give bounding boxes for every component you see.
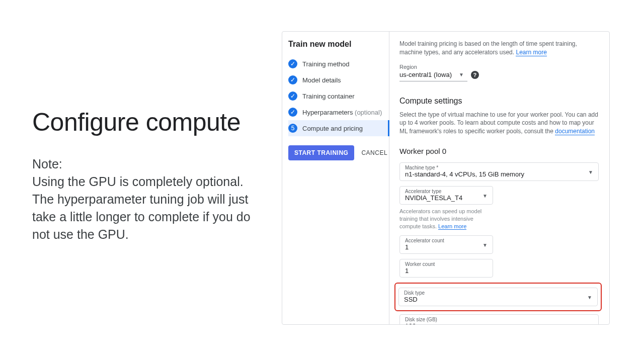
chevron-down-icon: ▼	[459, 72, 464, 77]
chevron-down-icon: ▼	[587, 295, 592, 300]
disk-type-highlight: Disk type SSD ▼	[394, 283, 602, 311]
documentation-link[interactable]: documentation	[555, 128, 595, 135]
accelerator-count-select[interactable]: Accelerator count 1 ▼	[399, 235, 493, 254]
accelerator-helper-text: Accelerators can speed up model training…	[399, 208, 493, 230]
accelerator-type-label: Accelerator type	[405, 189, 488, 194]
region-underline	[399, 81, 467, 81]
disk-size-label: Disk size (GB)	[405, 317, 593, 322]
accelerator-type-value: NVIDIA_TESLA_T4	[405, 194, 462, 202]
step-number-icon: 5	[288, 124, 297, 133]
slide-note-label: Note:	[32, 155, 254, 173]
learn-more-link[interactable]: Learn more	[438, 223, 466, 230]
start-training-button[interactable]: START TRAINING	[288, 145, 354, 160]
step-model-details[interactable]: ✓ Model details	[288, 72, 389, 88]
compute-form: Model training pricing is based on the l…	[389, 32, 609, 324]
worker-count-input[interactable]: Worker count 1	[399, 259, 493, 278]
step-label: Hyperparameters (optional)	[302, 109, 382, 116]
region-field: Region us-central1 (Iowa) ▼ ?	[399, 64, 599, 81]
check-icon: ✓	[288, 108, 297, 117]
step-hyperparameters[interactable]: ✓ Hyperparameters (optional)	[288, 104, 389, 120]
step-label: Compute and pricing	[302, 125, 363, 132]
chevron-down-icon: ▼	[588, 169, 593, 175]
check-icon: ✓	[288, 59, 297, 68]
step-label: Training method	[302, 60, 349, 68]
learn-more-link[interactable]: Learn more	[516, 49, 546, 56]
step-training-container[interactable]: ✓ Training container	[288, 88, 389, 104]
region-label: Region	[399, 64, 599, 70]
machine-type-value: n1-standard-4, 4 vCPUs, 15 GiB memory	[405, 170, 524, 178]
disk-type-value: SSD	[404, 296, 418, 303]
worker-pool-0-heading: Worker pool 0	[399, 147, 599, 155]
check-icon: ✓	[288, 75, 297, 84]
worker-count-value: 1	[405, 267, 409, 275]
step-compute-pricing[interactable]: 5 Compute and pricing	[288, 120, 389, 136]
wizard-title: Train new model	[288, 40, 389, 49]
machine-type-select[interactable]: Machine type * n1-standard-4, 4 vCPUs, 1…	[399, 162, 599, 181]
wizard-sidebar: Train new model ✓ Training method ✓ Mode…	[282, 32, 389, 324]
disk-size-value: 100	[405, 322, 416, 324]
compute-settings-description: Select the type of virtual machine to us…	[399, 111, 599, 136]
region-select[interactable]: us-central1 (Iowa) ▼ ?	[399, 71, 599, 79]
chevron-down-icon: ▼	[482, 193, 488, 199]
accelerator-count-label: Accelerator count	[405, 238, 488, 243]
worker-count-label: Worker count	[405, 261, 488, 267]
help-icon[interactable]: ?	[471, 71, 479, 79]
check-icon: ✓	[288, 92, 297, 101]
cancel-button[interactable]: CANCEL	[361, 149, 387, 156]
compute-settings-heading: Compute settings	[399, 97, 599, 106]
pricing-text-body: Model training pricing is based on the l…	[399, 40, 577, 56]
step-optional-text: (optional)	[355, 109, 382, 116]
wizard-button-row: START TRAINING CANCEL	[288, 145, 389, 160]
disk-type-select[interactable]: Disk type SSD ▼	[398, 288, 598, 306]
accelerator-count-value: 1	[405, 243, 409, 251]
train-model-panel: Train new model ✓ Training method ✓ Mode…	[282, 31, 610, 325]
disk-size-input[interactable]: Disk size (GB) 100	[399, 314, 599, 324]
chevron-down-icon: ▼	[482, 242, 488, 248]
step-training-method[interactable]: ✓ Training method	[288, 56, 389, 72]
accelerator-type-select[interactable]: Accelerator type NVIDIA_TESLA_T4 ▼	[399, 186, 493, 205]
pricing-description: Model training pricing is based on the l…	[399, 40, 599, 57]
machine-type-label: Machine type *	[405, 165, 593, 170]
slide-text-block: Configure compute Note: Using the GPU is…	[32, 107, 254, 243]
slide-note-body: Using the GPU is completely optional. Th…	[32, 173, 254, 243]
step-label: Training container	[302, 93, 355, 100]
region-value: us-central1 (Iowa)	[399, 71, 452, 78]
disk-type-label: Disk type	[404, 290, 592, 296]
slide-title: Configure compute	[32, 107, 254, 138]
step-label: Model details	[302, 76, 341, 84]
step-label-text: Hyperparameters	[302, 109, 353, 116]
